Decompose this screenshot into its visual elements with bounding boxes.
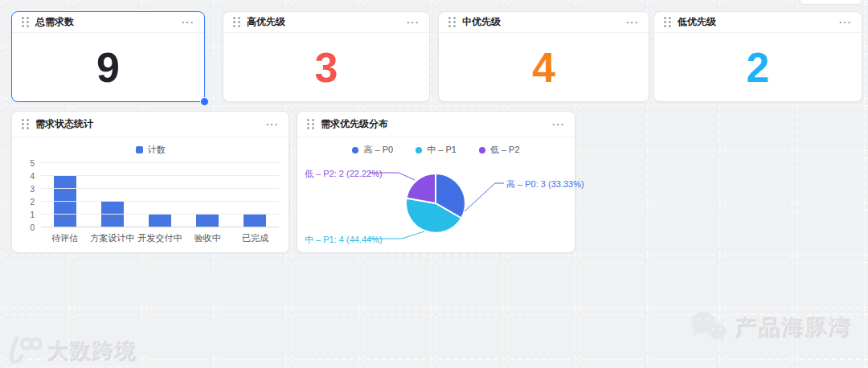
x-axis-label: 待评估 bbox=[41, 232, 88, 244]
card-header: 需求状态统计 ··· bbox=[12, 112, 289, 137]
partial-card-above bbox=[800, 0, 862, 5]
more-menu-button[interactable]: ··· bbox=[182, 17, 194, 27]
x-axis: 待评估方案设计中开发交付中验收中已完成 bbox=[41, 232, 279, 244]
card-title: 高优先级 bbox=[247, 15, 407, 29]
bar-plot-area bbox=[41, 163, 279, 227]
card-title: 总需求数 bbox=[35, 15, 182, 29]
kpi-value: 3 bbox=[315, 47, 338, 88]
card-title: 需求优先级分布 bbox=[321, 117, 552, 131]
pie-label-low: 低 – P2: 2 (22.22%) bbox=[305, 168, 367, 180]
pie-label-high: 高 – P0: 3 (33.33%) bbox=[506, 178, 584, 190]
card-title: 中优先级 bbox=[462, 15, 626, 29]
leader-line-high bbox=[465, 183, 504, 211]
drag-handle-icon[interactable] bbox=[233, 17, 240, 27]
y-axis: 012345 bbox=[17, 163, 36, 227]
x-axis-label: 验收中 bbox=[184, 232, 231, 244]
bar-已完成[interactable] bbox=[244, 215, 266, 227]
y-axis-tick: 0 bbox=[30, 223, 35, 232]
gridline bbox=[41, 188, 279, 189]
kpi-card-low-priority[interactable]: 低优先级 ··· 2 bbox=[653, 11, 862, 102]
more-menu-button[interactable]: ··· bbox=[266, 119, 279, 129]
kpi-card-medium-priority[interactable]: 中优先级 ··· 4 bbox=[438, 11, 649, 102]
watermark-dashu: 大数跨境 bbox=[5, 334, 137, 366]
dashu-logo-icon bbox=[5, 334, 42, 366]
more-menu-button[interactable]: ··· bbox=[552, 119, 565, 129]
card-header: 需求优先级分布 ··· bbox=[297, 112, 575, 137]
more-menu-button[interactable]: ··· bbox=[407, 17, 420, 27]
bar-开发交付中[interactable] bbox=[149, 215, 171, 227]
bar-待评估[interactable] bbox=[54, 176, 76, 227]
gridline bbox=[41, 162, 279, 163]
y-axis-tick: 3 bbox=[30, 185, 35, 194]
bar-方案设计中[interactable] bbox=[101, 202, 124, 227]
drag-handle-icon[interactable] bbox=[22, 119, 29, 129]
gridline bbox=[41, 175, 279, 176]
pie-chart-card[interactable]: 需求优先级分布 ··· 高 – P0 中 – P1 低 – P2 低 – P2:… bbox=[297, 111, 575, 253]
bar-验收中[interactable] bbox=[196, 215, 219, 227]
drag-handle-icon[interactable] bbox=[307, 119, 314, 129]
drag-handle-icon[interactable] bbox=[448, 17, 456, 27]
drag-handle-icon[interactable] bbox=[22, 17, 29, 27]
kpi-card-high-priority[interactable]: 高优先级 ··· 3 bbox=[223, 11, 430, 102]
gridline bbox=[41, 201, 279, 202]
card-header: 总需求数 ··· bbox=[12, 12, 204, 33]
kpi-value: 9 bbox=[96, 47, 120, 88]
bar-chart-card[interactable]: 需求状态统计 ··· 计数 012345 待评估方案设计中开发交付中验收中已完成 bbox=[11, 111, 289, 253]
card-title: 需求状态统计 bbox=[35, 117, 266, 131]
drag-handle-icon[interactable] bbox=[664, 17, 671, 27]
card-header: 高优先级 ··· bbox=[223, 12, 429, 33]
card-header: 中优先级 ··· bbox=[439, 12, 649, 33]
kpi-value: 2 bbox=[747, 47, 770, 88]
x-axis-label: 已完成 bbox=[231, 232, 279, 244]
pie-chart: 高 – P0 中 – P1 低 – P2 低 – P2: 2 (22.22%) … bbox=[297, 137, 575, 252]
more-menu-button[interactable]: ··· bbox=[626, 17, 639, 27]
resize-handle[interactable] bbox=[200, 97, 209, 106]
kpi-value: 4 bbox=[532, 47, 555, 88]
pie-label-medium: 中 – P1: 4 (44.44%) bbox=[305, 234, 383, 246]
legend-label: 计数 bbox=[148, 144, 166, 156]
y-axis-tick: 2 bbox=[30, 198, 35, 206]
gridline bbox=[41, 214, 279, 215]
watermark-dolphin-bay: 产品海豚湾 bbox=[688, 310, 851, 344]
bar-chart-legend[interactable]: 计数 bbox=[12, 144, 289, 156]
gridline bbox=[41, 227, 279, 227]
watermark-text: 大数跨境 bbox=[47, 337, 137, 365]
kpi-card-total-requirements[interactable]: 总需求数 ··· 9 bbox=[11, 11, 205, 102]
wechat-icon bbox=[688, 310, 728, 344]
y-axis-tick: 1 bbox=[30, 211, 35, 219]
x-axis-label: 开发交付中 bbox=[136, 232, 183, 244]
card-title: 低优先级 bbox=[678, 15, 839, 29]
y-axis-tick: 5 bbox=[30, 159, 35, 168]
watermark-text: 产品海豚湾 bbox=[735, 313, 851, 341]
card-header: 低优先级 ··· bbox=[654, 12, 862, 33]
y-axis-tick: 4 bbox=[30, 172, 35, 181]
legend-swatch bbox=[136, 146, 143, 153]
x-axis-label: 方案设计中 bbox=[88, 232, 136, 244]
more-menu-button[interactable]: ··· bbox=[839, 17, 852, 27]
bar-chart: 计数 012345 待评估方案设计中开发交付中验收中已完成 bbox=[12, 137, 289, 252]
